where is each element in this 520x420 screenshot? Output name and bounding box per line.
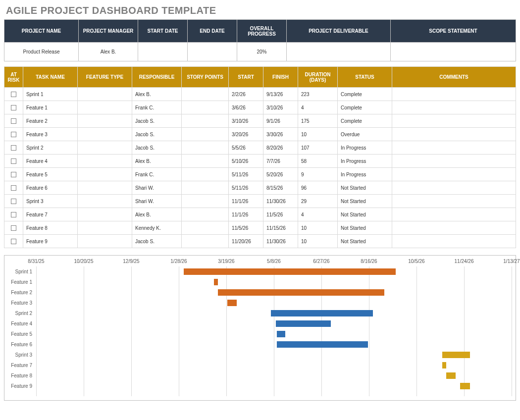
gantt-axis-label: 6/27/26	[313, 259, 329, 264]
gantt-bar	[218, 289, 384, 296]
task-pts	[182, 88, 229, 101]
gantt-category-label: Feature 9	[4, 383, 34, 389]
gantt-row: Feature 8	[4, 371, 512, 381]
task-status: In Progress	[338, 155, 392, 168]
task-type	[78, 208, 132, 221]
checkbox-icon[interactable]	[11, 239, 16, 244]
at-risk-cell	[4, 155, 23, 168]
table-row: Feature 5Frank C.5/11/265/20/269In Progr…	[4, 168, 516, 181]
table-row: Sprint 1Alex B.2/2/269/13/26223Complete	[4, 88, 516, 101]
task-name: Feature 3	[23, 128, 78, 141]
task-resp: Frank C.	[132, 168, 182, 181]
task-finish: 8/15/26	[263, 181, 298, 195]
summary-cell: Product Release	[4, 43, 79, 61]
gantt-category-label: Feature 4	[4, 321, 34, 326]
task-finish: 11/30/26	[263, 235, 298, 248]
gantt-row: Feature 5	[4, 330, 512, 340]
gantt-category-label: Feature 6	[4, 342, 34, 347]
task-start: 3/6/26	[229, 101, 263, 114]
task-dur: 223	[298, 88, 338, 101]
task-dur: 175	[298, 114, 338, 128]
task-dur: 4	[298, 101, 338, 114]
summary-header-cell: PROJECT MANAGER	[79, 20, 138, 43]
task-name: Sprint 3	[23, 195, 78, 208]
table-row: Feature 1Frank C.3/6/263/10/264Complete	[4, 101, 516, 114]
task-finish: 7/7/26	[263, 155, 298, 168]
task-comments	[392, 208, 516, 221]
table-row: Feature 3Jacob S.3/20/263/30/2610Overdue	[4, 128, 516, 141]
checkbox-icon[interactable]	[11, 212, 16, 217]
gantt-row: Sprint 3	[4, 351, 512, 361]
task-comments	[392, 128, 516, 141]
task-dur: 96	[298, 181, 338, 195]
task-start: 3/20/26	[229, 128, 263, 141]
checkbox-icon[interactable]	[11, 185, 16, 191]
checkbox-icon[interactable]	[11, 132, 16, 137]
task-status: Complete	[338, 88, 392, 101]
checkbox-icon[interactable]	[11, 158, 16, 164]
gantt-chart: 8/31/2510/20/2512/9/251/28/263/19/265/8/…	[4, 255, 516, 401]
task-start: 11/1/26	[229, 208, 263, 221]
gantt-row: Feature 1	[4, 278, 512, 288]
gantt-row: Sprint 2	[4, 309, 512, 319]
tasks-header-cell: STORY POINTS	[182, 67, 229, 88]
checkbox-icon[interactable]	[11, 118, 16, 124]
gantt-axis-label: 12/9/25	[123, 259, 139, 264]
gantt-bar	[276, 320, 331, 327]
task-resp: Alex B.	[132, 208, 182, 221]
table-row: Feature 9Jacob S.11/20/2611/30/2610Not S…	[4, 235, 516, 248]
task-resp: Shari W.	[132, 181, 182, 195]
task-finish: 5/20/26	[263, 168, 298, 181]
tasks-header-cell: COMMENTS	[392, 67, 516, 88]
task-dur: 29	[298, 195, 338, 208]
gantt-axis-label: 8/16/26	[361, 259, 377, 264]
checkbox-icon[interactable]	[11, 172, 16, 177]
gantt-axis-label: 10/20/25	[74, 259, 94, 264]
task-finish: 11/15/26	[263, 221, 298, 235]
task-resp: Frank C.	[132, 101, 182, 114]
at-risk-cell	[4, 114, 23, 128]
summary-header-cell: PROJECT DELIVERABLE	[287, 20, 391, 43]
tasks-header-cell: START	[229, 67, 263, 88]
task-pts	[182, 195, 229, 208]
task-start: 5/11/26	[229, 168, 263, 181]
at-risk-cell	[4, 141, 23, 155]
task-type	[78, 88, 132, 101]
checkbox-icon[interactable]	[11, 92, 16, 97]
summary-header-cell: PROJECT NAME	[4, 20, 79, 43]
task-start: 11/20/26	[229, 235, 263, 248]
gantt-row: Feature 9	[4, 382, 512, 392]
task-type	[78, 101, 132, 114]
at-risk-cell	[4, 195, 23, 208]
task-pts	[182, 114, 229, 128]
task-start: 5/10/26	[229, 155, 263, 168]
task-comments	[392, 168, 516, 181]
task-name: Feature 9	[23, 235, 78, 248]
task-finish: 8/20/26	[263, 141, 298, 155]
checkbox-icon[interactable]	[11, 145, 16, 151]
gantt-category-label: Feature 2	[4, 290, 34, 295]
gantt-bar	[460, 383, 469, 389]
task-start: 5/5/26	[229, 141, 263, 155]
tasks-header-cell: STATUS	[338, 67, 392, 88]
checkbox-icon[interactable]	[11, 105, 16, 110]
gantt-bar	[184, 268, 396, 275]
task-comments	[392, 181, 516, 195]
gantt-bar	[277, 331, 285, 337]
task-dur: 10	[298, 235, 338, 248]
at-risk-cell	[4, 221, 23, 235]
checkbox-icon[interactable]	[11, 199, 16, 204]
summary-header-cell: START DATE	[138, 20, 188, 43]
table-row: Feature 6Shari W.5/11/268/15/2696Not Sta…	[4, 181, 516, 195]
tasks-header-cell: AT RISK	[4, 67, 23, 88]
task-dur: 107	[298, 141, 338, 155]
task-name: Feature 4	[23, 155, 78, 168]
task-type	[78, 141, 132, 155]
summary-cell	[391, 43, 516, 61]
task-resp: Shari W.	[132, 195, 182, 208]
summary-cell	[188, 43, 237, 61]
task-dur: 10	[298, 221, 338, 235]
checkbox-icon[interactable]	[11, 225, 16, 231]
summary-cell	[138, 43, 188, 61]
task-dur: 9	[298, 168, 338, 181]
